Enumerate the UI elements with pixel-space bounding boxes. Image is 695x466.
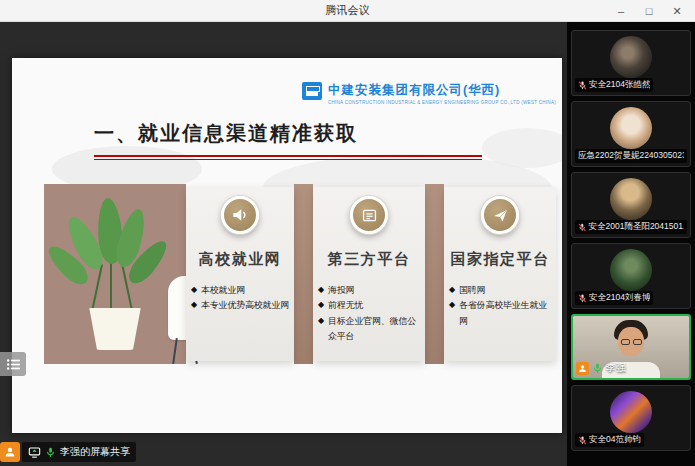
- participant-name: 应急2202贺曼妮22403050230: [578, 150, 684, 162]
- participant-tile[interactable]: 应急2202贺曼妮22403050230: [571, 101, 691, 167]
- participant-name: 安全2104张皓然: [589, 79, 650, 91]
- mic-muted-icon: [578, 436, 587, 445]
- screen-share-icon: [28, 446, 41, 459]
- tencent-meeting-window: 腾讯会议 – □ ✕ 中建安装集团有限公司(华西) CHINA CONSTRUC…: [0, 0, 695, 466]
- bullet-item: 前程无忧: [318, 298, 420, 313]
- participant-name: 安全2104刘春博: [589, 292, 650, 304]
- card-bullets: 国聘网 各省份高校毕业生就业网: [444, 283, 556, 329]
- presenter-status-chip[interactable]: 李强的屏幕共享: [0, 442, 136, 462]
- company-logo: 中建安装集团有限公司(华西) CHINA CONSTRUCTION INDUST…: [302, 82, 556, 105]
- card-title: 国家指定平台: [451, 250, 550, 269]
- participant-tile[interactable]: 安全2104刘春博: [571, 243, 691, 309]
- title-underline: [94, 155, 482, 160]
- card-title: 第三方平台: [328, 250, 411, 269]
- participant-name: 安全04范帅钧: [589, 434, 641, 446]
- list-icon: [6, 358, 21, 371]
- company-name: 中建安装集团有限公司(华西): [328, 82, 556, 99]
- close-button[interactable]: ✕: [663, 0, 691, 22]
- channel-card-thirdparty: 第三方平台 海投网 前程无忧 目标企业官网、微信公众平台: [313, 187, 425, 361]
- channel-card-national: 国家指定平台 国聘网 各省份高校毕业生就业网: [444, 187, 556, 361]
- participant-tile-active-speaker[interactable]: 李强: [571, 314, 691, 380]
- mic-muted-icon: [578, 81, 587, 90]
- participant-tile[interactable]: 安全2104张皓然: [571, 30, 691, 96]
- mic-on-icon: [592, 363, 603, 374]
- bullet-item: 目标企业官网、微信公众平台: [318, 314, 420, 345]
- shared-slide: 中建安装集团有限公司(华西) CHINA CONSTRUCTION INDUST…: [12, 58, 562, 433]
- divider-stripe: [425, 184, 444, 364]
- card-bullets: 海投网 前程无忧 目标企业官网、微信公众平台: [313, 283, 425, 344]
- side-panel-toggle[interactable]: [0, 352, 26, 376]
- minimize-button[interactable]: –: [607, 0, 635, 22]
- worldmap-decoration: [482, 128, 562, 168]
- participants-sidebar: 安全2104张皓然 应急2202贺曼妮22403050230 安全2001隋圣阳…: [567, 22, 695, 466]
- newspaper-icon: [350, 196, 388, 234]
- slide-title: 一、就业信息渠道精准获取: [94, 120, 358, 147]
- company-tagline: CHINA CONSTRUCTION INDUSTRIAL & ENERGY E…: [328, 100, 556, 105]
- mic-muted-icon: [578, 223, 586, 232]
- company-logo-icon: [302, 82, 322, 100]
- participant-name: 李强: [606, 361, 626, 375]
- mic-on-icon: [45, 447, 56, 458]
- paper-plane-icon: [481, 196, 519, 234]
- title-bar: 腾讯会议 – □ ✕: [0, 0, 695, 22]
- participant-tile[interactable]: 安全2001隋圣阳2041501...: [571, 172, 691, 238]
- avatar: [610, 249, 652, 291]
- participant-tile[interactable]: 安全04范帅钧: [571, 385, 691, 451]
- avatar: [610, 391, 652, 433]
- card-bullets: 本校就业网 本专业优势高校就业网: [186, 283, 294, 314]
- plant-pot: [87, 308, 143, 350]
- presenter-label: 李强的屏幕共享: [60, 445, 130, 459]
- speaker-icon: [221, 196, 259, 234]
- participant-name: 安全2001隋圣阳2041501...: [588, 221, 684, 233]
- plant-illustration: [44, 184, 186, 364]
- card-title: 高校就业网: [199, 250, 282, 269]
- channel-card-university: 高校就业网 本校就业网 本专业优势高校就业网: [186, 187, 294, 361]
- bullet-item: 海投网: [318, 283, 420, 298]
- screen-share-area: 中建安装集团有限公司(华西) CHINA CONSTRUCTION INDUST…: [0, 22, 567, 466]
- host-badge-icon: [576, 362, 589, 375]
- meeting-main: 中建安装集团有限公司(华西) CHINA CONSTRUCTION INDUST…: [0, 22, 695, 466]
- bullet-item: 本专业优势高校就业网: [191, 298, 289, 313]
- bullet-item: 本校就业网: [191, 283, 289, 298]
- bullet-item: 各省份高校毕业生就业网: [449, 298, 551, 329]
- bullet-item: 国聘网: [449, 283, 551, 298]
- avatar: [610, 36, 652, 78]
- presenter-badge-icon: [0, 442, 20, 462]
- window-controls: – □ ✕: [607, 0, 691, 22]
- divider-stripe: [294, 184, 313, 364]
- avatar: [610, 107, 652, 149]
- window-title: 腾讯会议: [326, 3, 370, 18]
- avatar: [610, 178, 652, 220]
- maximize-button[interactable]: □: [635, 0, 663, 22]
- mic-muted-icon: [578, 294, 587, 303]
